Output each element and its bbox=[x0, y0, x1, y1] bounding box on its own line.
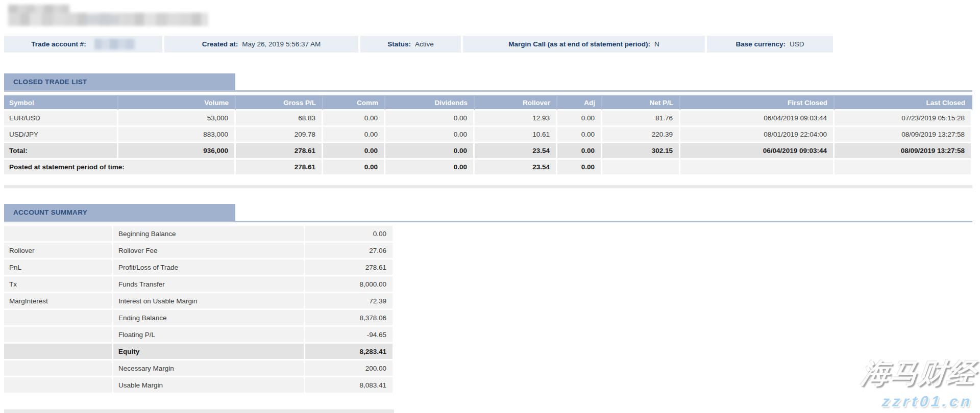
summary-row: Tx Funds Transfer 8,000.00 bbox=[4, 276, 394, 293]
col-gross-pl: Gross P/L bbox=[236, 95, 323, 111]
summary-row: Floating P/L -94.65 bbox=[4, 327, 394, 344]
summary-row: Usable Margin 8,083.41 bbox=[4, 377, 394, 394]
summary-code bbox=[4, 226, 113, 243]
info-status: Status: Active bbox=[360, 36, 461, 53]
posted-last-closed bbox=[835, 160, 972, 176]
cell-rollover: 12.93 bbox=[475, 111, 557, 127]
summary-row: Ending Balance 8,378.06 bbox=[4, 310, 394, 327]
base-currency-label: Base currency: bbox=[736, 40, 786, 48]
info-trade-account: Trade account #: bbox=[4, 36, 162, 53]
summary-label: Equity bbox=[113, 344, 305, 360]
redacted-report-title bbox=[7, 3, 210, 27]
posted-net-pl bbox=[602, 160, 680, 176]
col-net-pl: Net P/L bbox=[602, 95, 680, 111]
watermark-url-text: zzrt01.cn bbox=[857, 393, 973, 410]
summary-value: 8,083.41 bbox=[305, 377, 394, 394]
section-divider bbox=[4, 90, 972, 92]
summary-row: Beginning Balance 0.00 bbox=[4, 226, 394, 243]
total-net-pl: 302.15 bbox=[602, 143, 680, 160]
trade-table-bottom-border bbox=[4, 185, 972, 188]
info-created-at: Created at: May 26, 2019 5:56:37 AM bbox=[164, 36, 358, 53]
created-at-label: Created at: bbox=[202, 40, 238, 48]
summary-row: Necessary Margin 200.00 bbox=[4, 360, 394, 377]
cell-last-closed: 08/09/2019 13:27:58 bbox=[835, 127, 972, 143]
table-row-usdjpy: USD/JPY 883,000 209.78 0.00 0.00 10.61 0… bbox=[4, 127, 972, 143]
cell-gross-pl: 68.83 bbox=[236, 111, 323, 127]
summary-label: Beginning Balance bbox=[113, 226, 305, 243]
summary-value: 8,283.41 bbox=[305, 344, 394, 360]
summary-code: PnL bbox=[4, 260, 113, 276]
summary-code bbox=[4, 310, 113, 327]
watermark-brand-text: 海马财经 bbox=[860, 355, 978, 392]
summary-label: Necessary Margin bbox=[113, 360, 305, 377]
cell-dividends: 0.00 bbox=[385, 111, 475, 127]
status-value: Active bbox=[415, 40, 434, 48]
summary-table-cutoff-row bbox=[4, 409, 394, 413]
total-comm: 0.00 bbox=[323, 143, 385, 160]
status-label: Status: bbox=[387, 40, 411, 48]
summary-value: -94.65 bbox=[305, 327, 394, 344]
col-comm: Comm bbox=[323, 95, 385, 111]
summary-label: Funds Transfer bbox=[113, 276, 305, 293]
account-info-bar: Trade account #: Created at: May 26, 201… bbox=[4, 36, 835, 53]
summary-code bbox=[4, 344, 113, 360]
posted-first-closed bbox=[680, 160, 835, 176]
summary-row: MargInterest Interest on Usable Margin 7… bbox=[4, 293, 394, 310]
col-volume: Volume bbox=[118, 95, 236, 111]
cell-symbol: USD/JPY bbox=[4, 127, 118, 143]
summary-label: Floating P/L bbox=[113, 327, 305, 344]
posted-dividends: 0.00 bbox=[385, 160, 475, 176]
watermark: 海马财经 zzrt01.cn bbox=[857, 355, 977, 410]
created-at-value: May 26, 2019 5:56:37 AM bbox=[242, 40, 321, 48]
summary-value: 27.06 bbox=[305, 243, 394, 260]
cell-rollover: 10.61 bbox=[475, 127, 557, 143]
summary-label: Rollover Fee bbox=[113, 243, 305, 260]
total-adj: 0.00 bbox=[557, 143, 602, 160]
summary-value: 8,378.06 bbox=[305, 310, 394, 327]
margin-call-label: Margin Call (as at end of statement peri… bbox=[508, 40, 650, 48]
section-divider bbox=[4, 221, 972, 222]
summary-code bbox=[4, 360, 113, 377]
col-adj: Adj bbox=[557, 95, 602, 111]
posted-adj: 0.00 bbox=[557, 160, 602, 176]
account-summary-table: Beginning Balance 0.00 Rollover Rollover… bbox=[4, 226, 394, 394]
summary-code bbox=[4, 327, 113, 344]
total-rollover: 23.54 bbox=[475, 143, 557, 160]
posted-gross-pl: 278.61 bbox=[236, 160, 323, 176]
cell-volume: 53,000 bbox=[118, 111, 236, 127]
posted-rollover: 23.54 bbox=[475, 160, 557, 176]
summary-row: PnL Profit/Loss of Trade 278.61 bbox=[4, 260, 394, 276]
info-margin-call: Margin Call (as at end of statement peri… bbox=[463, 36, 705, 53]
summary-value: 8,000.00 bbox=[305, 276, 394, 293]
table-row-eurusd: EUR/USD 53,000 68.83 0.00 0.00 12.93 0.0… bbox=[4, 111, 972, 127]
total-first-closed: 06/04/2019 09:03:44 bbox=[680, 143, 835, 160]
account-summary-header: ACCOUNT SUMMARY bbox=[4, 204, 235, 221]
statement-page: Trade account #: Created at: May 26, 201… bbox=[0, 0, 980, 413]
cell-net-pl: 220.39 bbox=[602, 127, 680, 143]
summary-value: 200.00 bbox=[305, 360, 394, 377]
cell-adj: 0.00 bbox=[557, 127, 602, 143]
summary-label: Interest on Usable Margin bbox=[113, 293, 305, 310]
cell-last-closed: 07/23/2019 05:15:28 bbox=[835, 111, 972, 127]
summary-label: Usable Margin bbox=[113, 377, 305, 394]
col-last-closed: Last Closed bbox=[835, 95, 972, 111]
col-rollover: Rollover bbox=[475, 95, 557, 111]
trade-account-label: Trade account #: bbox=[31, 40, 86, 48]
summary-value: 0.00 bbox=[305, 226, 394, 243]
summary-code bbox=[4, 377, 113, 394]
closed-trade-list-header: CLOSED TRADE LIST bbox=[4, 73, 235, 90]
total-dividends: 0.00 bbox=[385, 143, 475, 160]
cell-adj: 0.00 bbox=[557, 111, 602, 127]
total-gross-pl: 278.61 bbox=[236, 143, 323, 160]
table-row-total: Total: 936,000 278.61 0.00 0.00 23.54 0.… bbox=[4, 143, 972, 160]
posted-comm: 0.00 bbox=[323, 160, 385, 176]
cell-dividends: 0.00 bbox=[385, 127, 475, 143]
redacted-account-number bbox=[94, 39, 135, 49]
summary-label: Ending Balance bbox=[113, 310, 305, 327]
trade-table-header-row: Symbol Volume Gross P/L Comm Dividends R… bbox=[4, 95, 972, 111]
summary-code: Tx bbox=[4, 276, 113, 293]
summary-value: 278.61 bbox=[305, 260, 394, 276]
table-row-posted: Posted at statement period of time: 278.… bbox=[4, 160, 972, 176]
col-symbol: Symbol bbox=[4, 95, 118, 111]
total-volume: 936,000 bbox=[118, 143, 236, 160]
